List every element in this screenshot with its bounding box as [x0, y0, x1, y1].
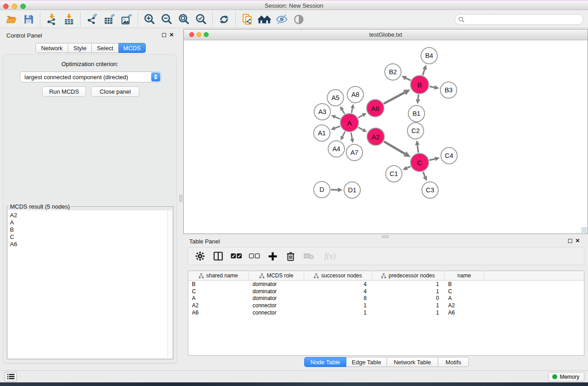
node-A5[interactable]: A5 [327, 90, 344, 106]
node-B[interactable]: B [411, 76, 429, 94]
table-row[interactable]: A2connector11A2 [188, 302, 584, 309]
edge-A6-B[interactable] [384, 90, 411, 104]
tab-edge-table[interactable]: Edge Table [346, 357, 387, 367]
table-row[interactable]: Cdominator41C [188, 288, 584, 295]
tab-style[interactable]: Style [68, 43, 92, 53]
cell-shared-name[interactable]: A2 [188, 302, 249, 309]
cell-MCDS-role[interactable]: connector [249, 302, 304, 309]
cell-name[interactable]: C [445, 288, 484, 295]
edge-A-A5[interactable] [340, 106, 344, 114]
node-D[interactable]: D [314, 181, 330, 198]
window-titlebar[interactable]: Session: New Session [0, 0, 588, 10]
edge-A-A8[interactable] [350, 104, 354, 113]
cell-shared-name[interactable]: B [188, 281, 249, 287]
delete-row-icon[interactable] [285, 250, 296, 262]
node-A4[interactable]: A4 [328, 141, 344, 157]
node-B4[interactable]: B4 [421, 48, 437, 64]
mcds-result-list[interactable]: A2ABCA6 [8, 210, 167, 358]
resize-grip-icon[interactable] [581, 227, 587, 233]
cell-name[interactable]: A6 [445, 310, 484, 316]
cell-MCDS-role[interactable]: dominator [249, 281, 304, 287]
node-A[interactable]: A [340, 114, 359, 132]
cell-successor-nodes[interactable]: 1 [304, 302, 372, 309]
edge-A-A1[interactable] [331, 126, 340, 130]
split-divider-grip[interactable] [179, 195, 182, 202]
cell-MCDS-role[interactable]: connector [249, 310, 304, 316]
column-header-MCDS-role[interactable]: MCDS role [249, 271, 304, 280]
search-field[interactable] [454, 14, 583, 25]
edge-C-C1[interactable] [402, 166, 411, 170]
table-row[interactable]: Adominator80A [188, 295, 584, 302]
edge-D-D1[interactable] [331, 188, 343, 192]
node-A7[interactable]: A7 [346, 144, 363, 161]
node-C3[interactable]: C3 [422, 182, 438, 198]
cell-predecessor-nodes[interactable]: 1 [372, 288, 445, 295]
cell-successor-nodes[interactable]: 1 [304, 310, 372, 316]
run-mcds-button[interactable]: Run MCDS [42, 86, 86, 97]
memory-button[interactable]: Memory [548, 372, 584, 381]
home-view-icon[interactable] [256, 12, 273, 27]
open-session-from-file-icon[interactable] [239, 12, 256, 27]
cell-successor-nodes[interactable]: 8 [304, 295, 372, 301]
mcds-result-item[interactable]: B [8, 226, 167, 234]
export-network-icon[interactable] [83, 12, 100, 27]
column-visibility-icon[interactable] [212, 250, 224, 262]
node-C4[interactable]: C4 [441, 148, 457, 164]
edge-A-A2[interactable] [358, 127, 367, 132]
criterion-dropdown[interactable]: largest connected component (directed) [20, 71, 161, 82]
edge-B-B1[interactable] [416, 95, 420, 104]
cell-successor-nodes[interactable]: 4 [304, 281, 372, 287]
node-C[interactable]: C [411, 153, 429, 172]
edge-B-B3[interactable] [430, 85, 440, 90]
zoom-fit-icon[interactable] [175, 12, 192, 27]
edge-C-C4[interactable] [429, 157, 440, 161]
tab-network[interactable]: Network [35, 43, 68, 53]
cell-MCDS-role[interactable]: dominator [249, 295, 304, 301]
cell-successor-nodes[interactable]: 4 [304, 288, 372, 295]
cell-predecessor-nodes[interactable]: 1 [372, 281, 445, 287]
cell-predecessor-nodes[interactable]: 1 [372, 310, 445, 316]
refresh-layout-icon[interactable] [215, 12, 233, 27]
mcds-result-item[interactable]: A2 [8, 212, 167, 219]
node-B1[interactable]: B1 [408, 105, 425, 122]
edge-A-A6[interactable] [358, 113, 367, 118]
network-window-titlebar[interactable]: testGlobe.txt [184, 29, 588, 40]
node-B3[interactable]: B3 [440, 82, 457, 98]
node-A8[interactable]: A8 [347, 86, 363, 103]
mcds-result-scrollbar[interactable] [167, 210, 172, 358]
tab-network-table[interactable]: Network Table [387, 357, 438, 367]
export-image-icon[interactable] [118, 12, 135, 27]
toggle-bird-eye-view-icon[interactable] [290, 12, 307, 27]
column-header-predecessor-nodes[interactable]: predecessor nodes [372, 271, 445, 280]
close-panel-button[interactable]: Close panel [91, 86, 139, 97]
mcds-result-item[interactable]: A [8, 219, 167, 226]
task-history-button[interactable] [5, 372, 17, 381]
select-all-icon[interactable] [230, 250, 242, 262]
export-table-icon[interactable] [100, 12, 118, 27]
table-panel-close-icon[interactable]: ✕ [575, 239, 580, 243]
tab-mcds[interactable]: MCDS [119, 43, 146, 53]
tab-motifs[interactable]: Motifs [438, 357, 469, 367]
deselect-all-icon[interactable] [249, 250, 260, 262]
column-header-shared-name[interactable]: shared name [188, 271, 249, 280]
cell-name[interactable]: B [445, 281, 484, 287]
table-panel-float-icon[interactable] [568, 239, 572, 243]
cell-shared-name[interactable]: A6 [188, 310, 249, 316]
open-session-icon[interactable] [3, 12, 20, 27]
node-D1[interactable]: D1 [344, 182, 360, 198]
cell-name[interactable]: A2 [445, 302, 484, 309]
tab-node-table[interactable]: Node Table [304, 357, 346, 367]
network-canvas[interactable]: AA1A2A3A4A5A6A7A8BB1B2B3B4CC1C2C3C4DD1 [184, 41, 588, 234]
edge-A-A7[interactable] [350, 133, 354, 143]
node-A1[interactable]: A1 [314, 125, 330, 141]
zoom-in-icon[interactable] [141, 12, 158, 27]
save-session-icon[interactable] [20, 12, 37, 27]
add-row-icon[interactable] [267, 250, 278, 262]
mcds-result-item[interactable]: C [8, 234, 167, 241]
table-settings-icon[interactable] [194, 250, 206, 262]
search-input[interactable] [465, 15, 583, 24]
node-A6[interactable]: A6 [367, 100, 384, 117]
edge-B-B2[interactable] [402, 76, 411, 81]
tab-select[interactable]: Select [92, 43, 119, 53]
column-header-successor-nodes[interactable]: successor nodes [304, 271, 372, 280]
